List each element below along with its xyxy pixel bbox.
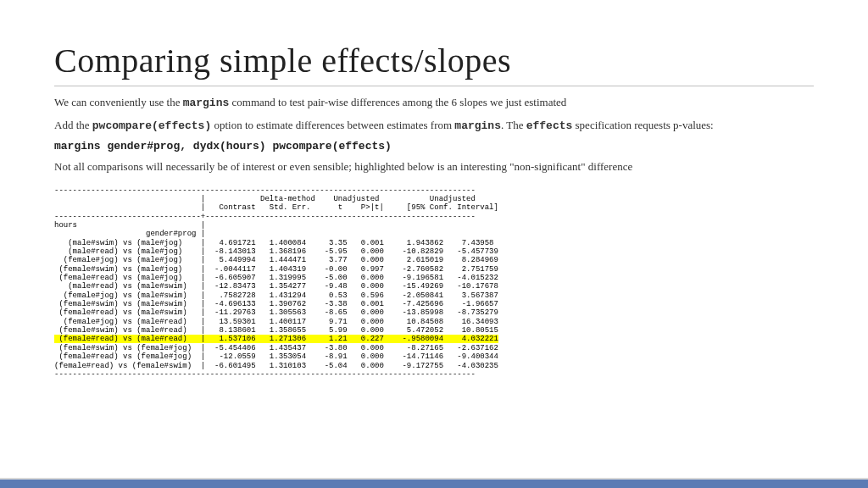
output-highlight-row: (female#read) vs (male#read) | 1.537106 …: [54, 335, 498, 343]
paragraph-1: We can conveniently use the margins comm…: [54, 95, 814, 111]
p1-code: margins: [183, 97, 230, 109]
title-rule: [54, 86, 814, 86]
output-top: ----------------------------------------…: [54, 186, 498, 336]
stata-output: ----------------------------------------…: [54, 186, 814, 380]
slide: Comparing simple effects/slopes We can c…: [0, 0, 868, 488]
p2-a: Add the: [54, 119, 92, 131]
p2-c: . The: [501, 119, 526, 131]
p2-code2: margins: [454, 119, 501, 132]
p1-b: command to test pair-wise differences am…: [229, 96, 566, 108]
paragraph-2: Add the pwcompare(effects) option to est…: [54, 118, 814, 134]
command-line: margins gender#prog, dydx(hours) pwcompa…: [54, 140, 814, 152]
paragraph-3: Not all comparisons will necessarily be …: [54, 159, 814, 175]
p1-a: We can conveniently use the: [54, 96, 183, 108]
footer-bar: [0, 478, 868, 488]
p2-code3: effects: [526, 119, 573, 132]
p2-b: option to estimate differences between e…: [211, 119, 454, 131]
p2-code1: pwcompare(effects): [92, 119, 211, 132]
p2-d: specification requests p-values:: [572, 119, 713, 131]
page-title: Comparing simple effects/slopes: [54, 41, 814, 80]
output-bottom: (female#swim) vs (female#jog) | -5.45440…: [54, 344, 498, 379]
